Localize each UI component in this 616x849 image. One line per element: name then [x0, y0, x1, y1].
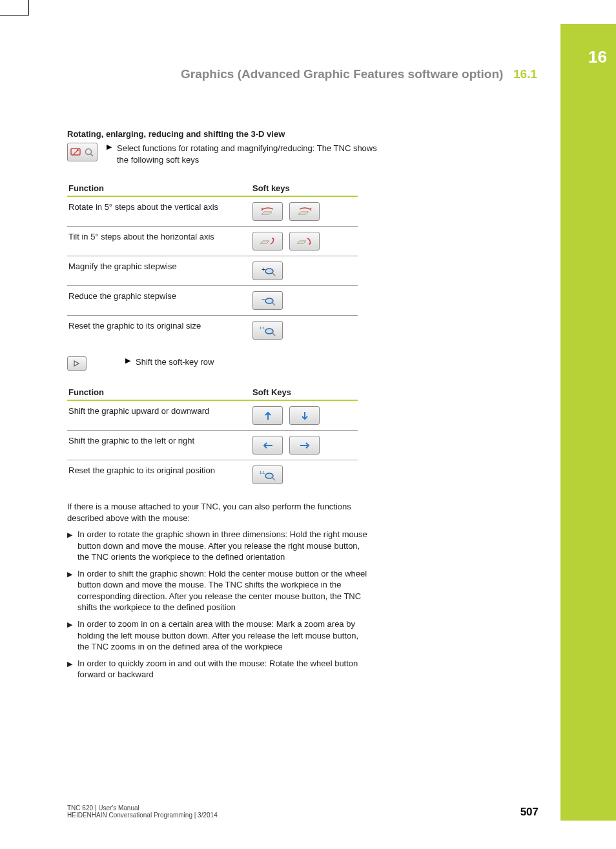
next-icon — [67, 356, 87, 371]
table-row: Reset the graphic to its original positi… — [67, 460, 358, 490]
reset-size-icon: 1:1 — [252, 321, 283, 340]
function-table-1: Function Soft keys Rotate in 5° steps ab… — [67, 181, 358, 345]
list-item: ▶In order to quickly zoom in and out wit… — [67, 658, 371, 680]
fn-cell: Reset the graphic to its original size — [67, 316, 251, 345]
tilt-horizontal-b-icon — [289, 232, 320, 251]
page-header: Graphics (Advanced Graphic Features soft… — [65, 67, 537, 81]
sub-heading: Rotating, enlarging, reducing and shifti… — [67, 129, 377, 139]
svg-line-11 — [272, 333, 275, 336]
svg-point-7 — [265, 298, 273, 303]
shift-down-icon — [289, 406, 320, 425]
reset-position-icon: 1:1 — [252, 465, 283, 484]
magnify-plus-icon: + — [252, 261, 283, 280]
svg-line-14 — [272, 478, 275, 480]
side-tab: 16 — [560, 24, 616, 821]
table-row: Shift the graphic to the left or right — [67, 431, 358, 460]
shift-right-icon — [289, 436, 320, 455]
list-item: ▶In order to rotate the graphic shown in… — [67, 529, 371, 563]
svg-text:−: − — [262, 296, 265, 303]
fn-cell: Reset the graphic to its original positi… — [67, 460, 251, 490]
chapter-number: 16 — [588, 47, 607, 67]
shift-up-icon — [252, 406, 283, 425]
header-title: Graphics (Advanced Graphic Features soft… — [181, 67, 503, 81]
intro-bullet-text: Select functions for rotating and magnif… — [117, 143, 377, 165]
bullet-marker: ▶ — [107, 143, 112, 165]
bullet-marker: ▶ — [125, 356, 130, 368]
table-row: Reduce the graphic stepwise − — [67, 286, 358, 316]
table1-head-keys: Soft keys — [251, 181, 358, 196]
svg-text:1:1: 1:1 — [260, 326, 265, 330]
mouse-intro-text: If there is a mouse attached to your TNC… — [67, 501, 371, 524]
svg-point-4 — [265, 269, 273, 274]
fn-cell: Reduce the graphic stepwise — [67, 286, 251, 316]
table-row: Rotate in 5° steps about the vertical ax… — [67, 196, 358, 227]
table-row: Shift the graphic upward or downward — [67, 400, 358, 431]
list-item: ▶In order to shift the graphic shown: Ho… — [67, 568, 371, 613]
svg-text:1:1: 1:1 — [260, 471, 265, 475]
footer-line1: TNC 620 | User's Manual — [67, 804, 218, 812]
svg-text:+: + — [262, 266, 265, 273]
rotate-vertical-left-icon — [252, 202, 283, 221]
fn-cell: Shift the graphic upward or downward — [67, 400, 251, 431]
table1-head-function: Function — [67, 181, 251, 196]
svg-rect-0 — [71, 148, 80, 155]
svg-point-10 — [265, 329, 273, 334]
magnify-minus-icon: − — [252, 291, 283, 310]
list-item: ▶In order to zoom in on a certain area w… — [67, 619, 371, 653]
footer: TNC 620 | User's Manual HEIDENHAIN Conve… — [67, 804, 539, 819]
footer-line2: HEIDENHAIN Conversational Programming | … — [67, 812, 218, 819]
page-number: 507 — [520, 806, 539, 819]
table-row: Magnify the graphic stepwise + — [67, 256, 358, 286]
svg-line-2 — [90, 154, 93, 156]
table-row: Tilt in 5° steps about the horizontal ax… — [67, 227, 358, 256]
rotate-vertical-right-icon — [289, 202, 320, 221]
fn-cell: Magnify the graphic stepwise — [67, 256, 251, 286]
fn-cell: Tilt in 5° steps about the horizontal ax… — [67, 227, 251, 256]
shift-bullet-text: Shift the soft-key row — [136, 356, 377, 368]
header-section: 16.1 — [513, 67, 537, 81]
mouse-list: ▶In order to rotate the graphic shown in… — [67, 529, 371, 680]
svg-line-5 — [272, 273, 275, 276]
fn-cell: Shift the graphic to the left or right — [67, 431, 251, 460]
table2-head-function: Function — [67, 385, 251, 400]
table-row: Reset the graphic to its original size 1… — [67, 316, 358, 345]
tilt-horizontal-a-icon — [252, 232, 283, 251]
rotate-magnify-icon — [67, 143, 98, 161]
fn-cell: Rotate in 5° steps about the vertical ax… — [67, 196, 251, 227]
table2-head-keys: Soft Keys — [251, 385, 358, 400]
function-table-2: Function Soft Keys Shift the graphic upw… — [67, 385, 358, 489]
shift-left-icon — [252, 436, 283, 455]
svg-point-13 — [265, 473, 273, 478]
svg-line-8 — [272, 303, 275, 305]
